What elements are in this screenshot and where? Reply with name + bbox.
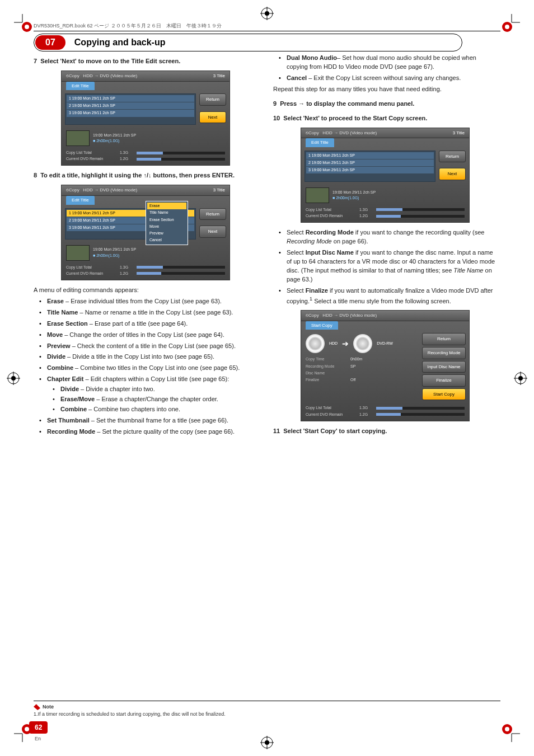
rec-mode-label: Recording Mode	[306, 364, 350, 369]
step-7: 7Select 'Next' to move on to the Title E…	[34, 57, 257, 66]
crop-mark-icon	[11, 11, 34, 34]
chapter-number: 07	[35, 35, 65, 50]
side-start-copy-button[interactable]: Start Copy	[422, 388, 466, 401]
note-label: Note	[43, 704, 54, 710]
popup-item-cancel[interactable]: Cancel	[147, 237, 186, 243]
svg-point-3	[505, 25, 509, 29]
title-list: 1 19:00 Mon 29/11 2ch SP 2 19:00 Mon 29/…	[305, 151, 435, 182]
return-button[interactable]: Return	[199, 208, 226, 220]
list-item: 3 19:00 Mon 29/11 2ch SP	[306, 167, 434, 173]
doc-header: DVR530HS_RDR.book 62 ページ ２００５年５月２６日 木曜日 …	[34, 22, 500, 31]
registration-mark-icon	[514, 372, 527, 385]
thumb-duration: 2h00m(1.0G)	[96, 139, 119, 143]
list-item: Divide – Divide a title in the Copy List…	[41, 353, 257, 361]
dvd-remain-label: Current DVD Remain	[66, 156, 116, 162]
next-button[interactable]: Next	[439, 168, 466, 180]
crop-mark-icon	[500, 11, 523, 34]
list-item: Title Name – Name or rename a title in t…	[41, 308, 257, 317]
side-input-disc-name-button[interactable]: Input Disc Name	[422, 361, 466, 373]
screenshot-start-copy-nav: ⎋ Copy HDD → DVD (Video mode) 3 Title Ed…	[301, 128, 470, 223]
start-copy-tab: Start Copy	[306, 321, 338, 330]
disc-name-label: Disc Name	[306, 370, 350, 376]
popup-item-title-name[interactable]: Title Name	[147, 209, 186, 216]
copy-list-total-value: 1.3G	[359, 405, 373, 411]
next-button[interactable]: Next	[199, 111, 226, 124]
popup-item-move[interactable]: Move	[147, 223, 186, 230]
chapter-header: 07 Copying and back-up	[34, 34, 500, 51]
copy-list-total-value: 1.3G	[359, 207, 373, 213]
dvd-remain-label: Current DVD Remain	[66, 271, 116, 276]
dvd-remain-value: 1.2G	[120, 271, 133, 276]
page-number: 62	[29, 721, 48, 734]
list-item: Combine – Combine two chapters into one.	[55, 405, 257, 414]
registration-mark-icon	[260, 736, 274, 749]
dvd-remain-value: 1.2G	[359, 412, 373, 417]
registration-mark-icon	[260, 7, 274, 20]
page-language: En	[35, 736, 41, 741]
dvd-disc-icon	[353, 334, 372, 353]
crop-mark-icon	[500, 722, 523, 745]
right-column: Dual Mono Audio– Set how dual mono audio…	[273, 51, 497, 439]
edit-popup: Erase Title Name Erase Section Move Prev…	[146, 201, 188, 245]
svg-point-5	[25, 727, 29, 731]
copy-list-total-value: 1.3G	[120, 150, 133, 156]
side-recording-mode-button[interactable]: Recording Mode	[422, 347, 466, 359]
list-item: Select Input Disc Name if you want to ch…	[281, 248, 497, 284]
list-item: Dual Mono Audio– Set how dual mono audio…	[281, 54, 497, 72]
pencil-icon	[34, 703, 40, 710]
step-11: 11Select 'Start Copy' to start copying.	[273, 427, 497, 436]
copy-list-total-label: Copy List Total	[306, 207, 356, 213]
registration-mark-icon	[7, 372, 20, 385]
list-item: 1 19:00 Mon 29/11 2ch SP	[306, 152, 434, 159]
rec-mode-value: SP	[350, 364, 355, 368]
list-item: Divide – Divide a chapter into two.	[55, 385, 257, 394]
list-item: Select Recording Mode if you want to cha…	[281, 228, 497, 246]
dvd-remain-label: Current DVD Remain	[306, 213, 356, 219]
chapter-title: Copying and back-up	[70, 36, 170, 49]
return-button[interactable]: Return	[439, 151, 466, 163]
popup-item-erase-section[interactable]: Erase Section	[147, 217, 186, 223]
list-item: 2 19:00 Mon 29/11 2ch SP	[67, 102, 194, 109]
copy-time-value: 0h00m	[350, 357, 362, 361]
list-item: Combine – Combine two titles in the Copy…	[41, 364, 257, 373]
finalize-value: Off	[350, 378, 355, 382]
title-list: 1 19:00 Mon 29/11 2ch SP 2 19:00 Mon 29/…	[65, 93, 196, 125]
hdd-disc-icon	[306, 334, 325, 353]
menu-intro: A menu of editing commands appears:	[34, 286, 257, 295]
side-return-button[interactable]: Return	[422, 333, 466, 345]
list-item: Chapter Edit – Edit chapters within a Co…	[41, 375, 257, 414]
list-item: 3 19:00 Mon 29/11 2ch SP	[67, 110, 194, 116]
popup-item-erase[interactable]: Erase	[147, 203, 186, 209]
left-column: 7Select 'Next' to move on to the Title E…	[34, 51, 257, 439]
copy-list-total-label: Copy List Total	[306, 405, 356, 411]
note-text: 1.If a timer recording is scheduled to s…	[34, 711, 500, 717]
hdd-label: HDD	[329, 341, 338, 346]
copy-list-total-label: Copy List Total	[66, 150, 116, 156]
thumb-duration: 2h00m(1.0G)	[336, 196, 359, 200]
list-item: Move – Change the order of titles in the…	[41, 331, 257, 340]
thumb-info: 19:00 Mon 29/11 2ch SP	[93, 247, 136, 252]
copy-list-total-label: Copy List Total	[66, 265, 116, 270]
popup-item-preview[interactable]: Preview	[147, 230, 186, 237]
list-item: Preview – Check the content of a title i…	[41, 342, 257, 351]
list-item: 1 19:00 Mon 29/11 2ch SP	[67, 95, 194, 102]
thumb-info: 19:00 Mon 29/11 2ch SP	[332, 190, 376, 195]
next-button[interactable]: Next	[199, 226, 226, 238]
list-item: Cancel – Exit the Copy List screen witho…	[281, 74, 497, 83]
svg-point-7	[505, 727, 509, 731]
list-item: Recording Mode – Set the picture quality…	[41, 428, 257, 436]
side-finalize-button[interactable]: Finalize	[422, 374, 466, 387]
step-10: 10Select 'Next' to proceed to the Start …	[273, 114, 497, 123]
edit-title-tab: Edit Title	[66, 196, 95, 205]
finalize-label: Finalize	[306, 377, 350, 383]
list-item: Erase Section – Erase part of a title (s…	[41, 320, 257, 328]
list-item: Set Thumbnail – Set the thumbnail frame …	[41, 416, 257, 425]
screenshot-edit-popup: ⎋ Copy HDD → DVD (Video mode) 3 Title Ed…	[61, 185, 230, 280]
thumb-duration: 2h00m(1.0G)	[96, 253, 119, 257]
copy-list-total-value: 1.3G	[120, 265, 133, 270]
step-9: 9Press → to display the command menu pan…	[273, 100, 497, 109]
note-section: Note 1.If a timer recording is scheduled…	[34, 701, 500, 717]
copy-time-label: Copy Time	[306, 356, 350, 362]
edit-title-tab: Edit Title	[66, 82, 95, 91]
return-button[interactable]: Return	[199, 93, 226, 106]
